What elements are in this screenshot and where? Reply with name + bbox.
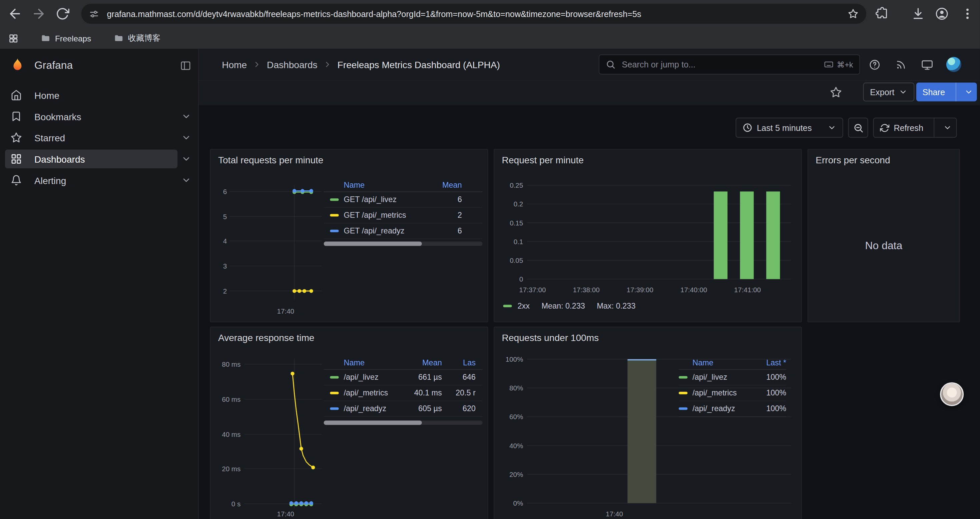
no-data-message: No data bbox=[808, 240, 959, 252]
legend-col-last[interactable]: Last * bbox=[752, 358, 786, 367]
user-avatar[interactable] bbox=[946, 57, 961, 72]
back-icon[interactable] bbox=[7, 6, 22, 21]
extensions-icon[interactable] bbox=[875, 7, 889, 21]
keyboard-icon bbox=[824, 59, 834, 69]
refresh-button[interactable]: Refresh bbox=[873, 118, 957, 137]
breadcrumb-home[interactable]: Home bbox=[222, 59, 247, 70]
chevron-right-icon bbox=[323, 60, 332, 69]
series-last: 100% bbox=[752, 389, 786, 398]
series-name[interactable]: /api/_livez bbox=[692, 373, 752, 382]
series-name[interactable]: /api/_readyz bbox=[692, 404, 752, 413]
sidebar-item-label: Home bbox=[34, 90, 59, 101]
share-caret[interactable] bbox=[961, 83, 977, 101]
series-last: 100% bbox=[752, 404, 786, 413]
bar-chart bbox=[494, 150, 803, 323]
refresh-label: Refresh bbox=[894, 123, 923, 132]
scrollbar-thumb[interactable] bbox=[324, 241, 422, 246]
legend-header: Name Mean bbox=[324, 178, 483, 192]
rss-icon[interactable] bbox=[895, 59, 907, 71]
panel-total-requests: Total requests per minute 6 5 4 3 2 bbox=[210, 149, 488, 322]
sidebar-item-alerting[interactable]: Alerting bbox=[0, 170, 198, 191]
export-label: Export bbox=[870, 87, 894, 96]
chevron-down-icon bbox=[943, 123, 952, 132]
refresh-main[interactable]: Refresh bbox=[873, 118, 929, 137]
dashboards-icon bbox=[11, 153, 22, 164]
x-tick: 17:40:00 bbox=[672, 285, 716, 294]
search-input[interactable] bbox=[621, 59, 819, 70]
bookmark-label: Freeleaps bbox=[55, 34, 91, 43]
browser-menu-icon[interactable] bbox=[961, 7, 974, 21]
address-bar[interactable] bbox=[81, 4, 866, 24]
bookmark-item-blogs[interactable]: 收藏博客 bbox=[109, 30, 166, 46]
series-swatch bbox=[330, 407, 339, 410]
series-name[interactable]: /api/_livez bbox=[344, 373, 402, 382]
series-swatch bbox=[330, 198, 339, 201]
forward-icon[interactable] bbox=[31, 6, 46, 21]
apps-grid-icon[interactable] bbox=[8, 33, 19, 43]
legend-col-name[interactable]: Name bbox=[692, 358, 752, 367]
share-button[interactable]: Share bbox=[916, 83, 977, 101]
chevron-down-icon[interactable] bbox=[181, 154, 191, 164]
x-tick: 17:37:00 bbox=[511, 285, 554, 294]
scrollbar-thumb[interactable] bbox=[324, 420, 422, 425]
bookmark-star-icon[interactable] bbox=[848, 8, 859, 19]
legend-inline: 2xx Mean: 0.233 Max: 0.233 bbox=[503, 300, 635, 312]
refresh-icon bbox=[880, 123, 889, 132]
monitor-icon[interactable] bbox=[921, 59, 933, 71]
refresh-interval-caret[interactable] bbox=[939, 118, 956, 137]
url-input[interactable] bbox=[106, 8, 841, 19]
legend-col-mean[interactable]: Mean bbox=[424, 181, 461, 189]
star-dashboard-icon[interactable] bbox=[830, 86, 842, 99]
series-name[interactable]: 2xx bbox=[517, 302, 529, 310]
help-icon[interactable] bbox=[869, 59, 881, 71]
chevron-down-icon bbox=[964, 88, 973, 96]
x-tick: 17:38:00 bbox=[565, 285, 608, 294]
profile-icon[interactable] bbox=[935, 7, 949, 21]
series-name[interactable]: GET /api/_readyz bbox=[344, 227, 425, 235]
sidebar-item-dashboards[interactable]: Dashboards bbox=[0, 148, 198, 170]
sidebar-item-starred[interactable]: Starred bbox=[0, 127, 198, 148]
legend-row: /api/_readyz 605 µs 620 bbox=[324, 401, 483, 417]
sidebar-item-label: Bookmarks bbox=[34, 111, 81, 122]
legend-hscrollbar[interactable] bbox=[324, 241, 483, 246]
bookmark-item-freeleaps[interactable]: Freeleaps bbox=[36, 31, 96, 46]
series-name[interactable]: GET /api/_livez bbox=[344, 195, 425, 204]
series-swatch bbox=[330, 392, 339, 394]
x-tick: 17:40 bbox=[273, 307, 298, 315]
export-button[interactable]: Export bbox=[863, 83, 915, 101]
series-swatch bbox=[679, 407, 687, 410]
search-icon bbox=[606, 59, 616, 69]
dock-sidebar-icon[interactable] bbox=[180, 60, 191, 72]
reload-icon[interactable] bbox=[56, 7, 69, 21]
panel-requests-under-100ms: Requests under 100ms 100% 80% 60% 40% 20… bbox=[494, 327, 802, 519]
grafana-logo[interactable] bbox=[9, 57, 26, 75]
time-range-label: Last 5 minutes bbox=[757, 123, 823, 132]
legend-col-mean[interactable]: Mean bbox=[402, 358, 442, 367]
series-name[interactable]: /api/_readyz bbox=[344, 404, 402, 413]
chevron-down-icon[interactable] bbox=[181, 175, 191, 185]
sidebar-item-bookmarks[interactable]: Bookmarks bbox=[0, 106, 198, 127]
search-box[interactable]: ⌘+k bbox=[599, 54, 860, 75]
panel-title[interactable]: Errors per second bbox=[816, 155, 890, 165]
legend-col-last[interactable]: Las bbox=[442, 358, 476, 367]
breadcrumb-dashboards[interactable]: Dashboards bbox=[267, 59, 318, 70]
brand-title: Grafana bbox=[34, 59, 73, 72]
zoom-out-button[interactable] bbox=[848, 118, 868, 137]
series-name[interactable]: /api/_metrics bbox=[692, 389, 752, 398]
series-swatch bbox=[330, 230, 339, 232]
x-tick: 17:40 bbox=[602, 509, 627, 518]
site-settings-icon[interactable] bbox=[89, 8, 99, 19]
series-name[interactable]: /api/_metrics bbox=[344, 389, 402, 398]
downloads-icon[interactable] bbox=[911, 7, 925, 21]
share-main[interactable]: Share bbox=[916, 83, 951, 101]
legend-col-name[interactable]: Name bbox=[344, 358, 402, 367]
chevron-down-icon[interactable] bbox=[181, 112, 191, 121]
sidebar-item-home[interactable]: Home bbox=[0, 85, 198, 106]
time-range-picker[interactable]: Last 5 minutes bbox=[735, 118, 843, 137]
floating-assistant-avatar[interactable] bbox=[940, 382, 964, 406]
chevron-down-icon[interactable] bbox=[181, 133, 191, 143]
series-name[interactable]: GET /api/_metrics bbox=[344, 211, 425, 219]
sidebar-item-label: Starred bbox=[34, 132, 65, 143]
legend-hscrollbar[interactable] bbox=[324, 420, 483, 425]
legend-col-name[interactable]: Name bbox=[344, 181, 425, 189]
